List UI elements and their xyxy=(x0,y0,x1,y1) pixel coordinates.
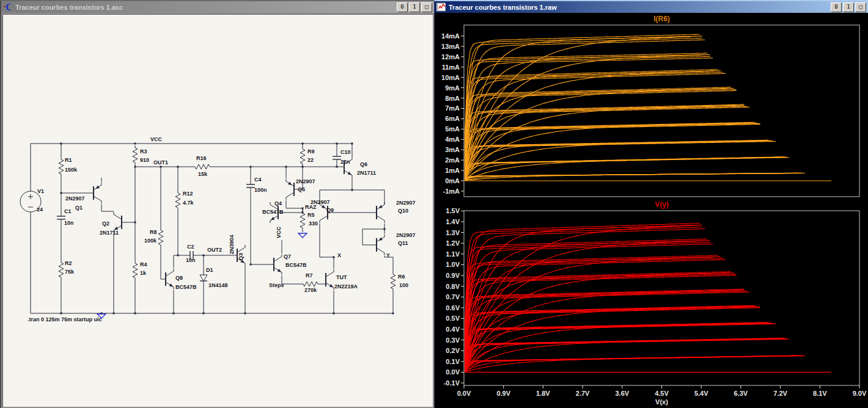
svg-text:75k: 75k xyxy=(65,269,75,275)
svg-text:2N3904: 2N3904 xyxy=(229,235,235,254)
svg-text:-1mA: -1mA xyxy=(443,188,460,195)
svg-text:24: 24 xyxy=(37,206,43,213)
svg-text:270k: 270k xyxy=(304,287,317,293)
svg-text:I(R6): I(R6) xyxy=(653,15,670,23)
schematic-canvas[interactable]: R1150kR275kR3910R41kR8100kR124.7kR1615kR… xyxy=(2,14,433,407)
svg-text:Q4: Q4 xyxy=(274,200,282,206)
svg-text:Q3: Q3 xyxy=(238,253,244,260)
svg-text:R1: R1 xyxy=(65,157,72,163)
minimize-button[interactable]: 0 xyxy=(397,2,408,12)
svg-text:R7: R7 xyxy=(306,272,313,279)
svg-text:VCC: VCC xyxy=(150,136,163,142)
ltspice-schematic-icon xyxy=(3,2,12,12)
svg-text:9mA: 9mA xyxy=(445,84,460,92)
svg-text:14mA: 14mA xyxy=(441,32,460,40)
restore-button[interactable]: 1 xyxy=(843,2,854,12)
svg-text:0.0V: 0.0V xyxy=(446,368,460,376)
svg-text:BC547B: BC547B xyxy=(175,284,197,290)
svg-text:0.2V: 0.2V xyxy=(446,347,460,354)
svg-text:Q6: Q6 xyxy=(360,161,367,167)
svg-text:BC547B: BC547B xyxy=(285,262,307,268)
desktop: Traceur courbes transistors 1.asc 0 1 □ … xyxy=(0,0,868,408)
svg-text:330: 330 xyxy=(309,220,318,227)
schematic-window-title: Traceur courbes transistors 1.asc xyxy=(15,4,123,11)
svg-text:100k: 100k xyxy=(144,238,157,244)
svg-text:Q5: Q5 xyxy=(298,186,305,192)
svg-text:2N2907: 2N2907 xyxy=(396,200,416,206)
waveform-plot-area[interactable]: I(R6)14mA13mA12mA11mA10mA9mA8mA7mA6mA5mA… xyxy=(435,14,868,408)
svg-text:10n: 10n xyxy=(186,257,196,263)
svg-text:1.0V: 1.0V xyxy=(446,261,460,268)
waveform-file-icon xyxy=(436,2,446,12)
svg-text:Q1: Q1 xyxy=(75,205,83,211)
svg-text:-0.1V: -0.1V xyxy=(444,379,460,387)
svg-text:R3: R3 xyxy=(140,148,147,155)
svg-text:0mA: 0mA xyxy=(445,177,460,184)
restore-button[interactable]: 1 xyxy=(409,2,420,12)
svg-text:OUT1: OUT1 xyxy=(153,159,168,166)
svg-text:C10: C10 xyxy=(340,149,351,155)
svg-text:2N1711: 2N1711 xyxy=(100,230,119,236)
svg-text:10mA: 10mA xyxy=(441,74,460,81)
svg-text:1k: 1k xyxy=(140,270,147,276)
svg-text:Q9: Q9 xyxy=(326,207,334,213)
svg-text:4.5V: 4.5V xyxy=(655,390,669,397)
svg-text:OUT2: OUT2 xyxy=(207,247,222,253)
svg-text:1mA: 1mA xyxy=(445,167,460,174)
svg-text:2N2219A: 2N2219A xyxy=(334,283,358,290)
waveform-plots: I(R6)14mA13mA12mA11mA10mA9mA8mA7mA6mA5mA… xyxy=(435,14,868,408)
svg-text:R6: R6 xyxy=(398,274,405,280)
svg-text:2.7V: 2.7V xyxy=(576,390,590,397)
plot-pane-Vy[interactable]: V(y)1.5V1.4V1.3V1.2V1.1V1.0V0.9V0.8V0.7V… xyxy=(444,200,867,406)
svg-text:0.0V: 0.0V xyxy=(457,390,471,397)
svg-text:R5: R5 xyxy=(307,212,315,218)
svg-text:4mA: 4mA xyxy=(445,136,460,143)
schematic-window: Traceur courbes transistors 1.asc 0 1 □ … xyxy=(0,0,434,408)
svg-text:.tran 0 125m 75m startup uic: .tran 0 125m 75m startup uic xyxy=(28,316,102,322)
close-button[interactable]: □ xyxy=(421,2,432,12)
svg-text:TUT: TUT xyxy=(336,274,347,280)
minimize-button[interactable]: 0 xyxy=(831,2,842,12)
svg-text:2N1711: 2N1711 xyxy=(357,170,376,176)
svg-text:R16: R16 xyxy=(196,155,207,161)
svg-text:15k: 15k xyxy=(198,171,208,177)
svg-text:Q2: Q2 xyxy=(102,220,109,227)
svg-text:V1: V1 xyxy=(37,188,44,194)
svg-text:Q7: Q7 xyxy=(284,253,291,260)
svg-text:22: 22 xyxy=(307,157,314,163)
svg-text:V(y): V(y) xyxy=(655,200,669,209)
svg-text:Q8: Q8 xyxy=(175,275,183,281)
svg-text:R12: R12 xyxy=(183,191,193,197)
close-button[interactable]: □ xyxy=(855,2,866,12)
svg-text:RAZ: RAZ xyxy=(305,204,317,210)
svg-text:10n: 10n xyxy=(64,220,74,226)
schematic-window-titlebar[interactable]: Traceur courbes transistors 1.asc 0 1 □ xyxy=(1,1,434,13)
svg-text:0.9V: 0.9V xyxy=(496,390,510,397)
waveform-window-titlebar[interactable]: Traceur courbes transistors 1.raw 0 1 □ xyxy=(435,1,868,13)
svg-text:150k: 150k xyxy=(65,167,78,173)
svg-text:V(x): V(x) xyxy=(655,398,668,406)
waveform-window: Traceur courbes transistors 1.raw 0 1 □ … xyxy=(434,0,868,408)
svg-text:0.5V: 0.5V xyxy=(446,315,460,322)
svg-text:6mA: 6mA xyxy=(445,115,460,122)
svg-text:0.9V: 0.9V xyxy=(446,272,460,279)
svg-text:0.8V: 0.8V xyxy=(446,283,460,290)
svg-text:11mA: 11mA xyxy=(442,64,460,71)
schematic-drawing: R1150kR275kR3910R41kR8100kR124.7kR1615kR… xyxy=(3,15,435,408)
svg-text:2mA: 2mA xyxy=(445,156,460,164)
svg-text:1.2V: 1.2V xyxy=(446,239,460,247)
svg-text:D1: D1 xyxy=(206,267,213,273)
svg-text:13mA: 13mA xyxy=(441,43,460,50)
svg-text:7mA: 7mA xyxy=(445,104,460,112)
svg-text:1.3V: 1.3V xyxy=(446,229,460,236)
waveform-window-title: Traceur courbes transistors 1.raw xyxy=(449,4,557,11)
svg-text:2N2907: 2N2907 xyxy=(296,178,315,184)
svg-text:Y: Y xyxy=(386,252,390,258)
svg-text:R8: R8 xyxy=(150,229,157,235)
svg-text:C2: C2 xyxy=(187,244,194,250)
svg-text:X: X xyxy=(337,252,341,258)
svg-text:1.4V: 1.4V xyxy=(446,218,460,225)
plot-pane-IR6[interactable]: I(R6)14mA13mA12mA11mA10mA9mA8mA7mA6mA5mA… xyxy=(441,15,859,197)
svg-text:0.4V: 0.4V xyxy=(446,326,460,333)
svg-text:3mA: 3mA xyxy=(445,146,460,153)
